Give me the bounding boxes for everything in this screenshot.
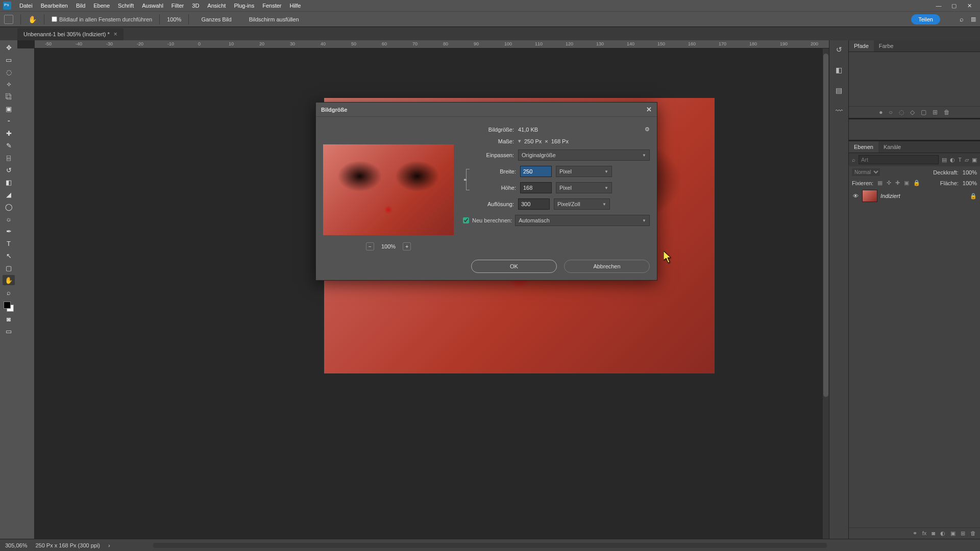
stroke-path-icon[interactable]: ○ [889,109,893,116]
tab-close-icon[interactable]: × [114,31,117,38]
resample-checkbox[interactable] [463,217,469,223]
document-tab[interactable]: Unbenannt-1 bei 305% (Indiziert) * × [17,28,124,40]
brush-tool-icon[interactable]: ✎ [3,140,15,151]
menu-filter[interactable]: Filter [167,1,188,11]
height-unit-select[interactable]: Pixel▼ [556,182,612,193]
move-tool-icon[interactable]: ✥ [3,42,15,53]
crop-tool-icon[interactable]: ⿻ [3,91,15,102]
menu-bild[interactable]: Bild [72,1,89,11]
new-path-icon[interactable]: ⊞ [933,109,938,116]
stamp-tool-icon[interactable]: ⌸ [3,153,15,163]
menu-fenster[interactable]: Fenster [258,1,285,11]
layer-row[interactable]: 👁 Indiziert 🔒 [849,188,980,204]
search-icon[interactable]: ⌕ [852,157,855,163]
zoom-in-button[interactable]: + [403,242,411,251]
menu-3d[interactable]: 3D [188,1,203,11]
zoom-fill-screen-button[interactable]: Bildschirm ausfüllen [244,15,304,24]
cancel-button[interactable]: Abbrechen [564,260,650,273]
workspace-menu-icon[interactable]: ▥ [971,16,976,22]
history-panel-icon[interactable]: ↺ [834,44,844,55]
tab-farbe[interactable]: Farbe [874,40,899,52]
add-mask-icon[interactable]: ▢ [921,109,926,116]
tab-kanaele[interactable]: Kanäle [878,141,906,153]
type-tool-icon[interactable]: T [3,238,15,248]
window-minimize-icon[interactable]: — [931,1,946,10]
lock-all-icon[interactable]: 🔒 [913,180,920,186]
marquee-tool-icon[interactable]: ▭ [3,55,15,65]
hand-tool-icon[interactable]: ✋ [28,15,37,23]
constrain-proportions-icon[interactable]: ⚭ [463,166,471,193]
filter-adjust-icon[interactable]: ◐ [950,157,955,163]
menu-bearbeiten[interactable]: Bearbeiten [37,1,72,11]
frame-tool-icon[interactable]: ▣ [3,104,15,114]
color-swatches[interactable] [4,302,14,312]
delete-layer-icon[interactable]: 🗑 [970,530,976,537]
layer-filter-input[interactable] [859,155,939,164]
layer-style-icon[interactable]: fx [922,530,927,537]
hand-tool-icon[interactable]: ✋ [3,275,15,285]
lasso-tool-icon[interactable]: ◌ [3,67,15,77]
vertical-scrollbar[interactable] [823,48,829,539]
zoom-fit-image-button[interactable]: Ganzes Bild [196,15,236,24]
status-chevron-icon[interactable]: › [108,542,110,548]
fill-value[interactable]: 100% [963,180,977,186]
link-layers-icon[interactable]: ⚭ [913,530,917,537]
status-zoom[interactable]: 305,06% [5,542,27,548]
layer-mask-icon[interactable]: ◙ [932,530,935,537]
foreground-swatch[interactable] [4,302,11,309]
tab-pfade[interactable]: Pfade [849,40,874,52]
new-layer-icon[interactable]: ⊞ [961,530,965,537]
delete-path-icon[interactable]: 🗑 [944,109,950,116]
zoom-tool-icon[interactable]: ⌕ [3,287,15,297]
scroll-all-checkbox-input[interactable] [52,16,57,22]
quickmask-icon[interactable]: ◙ [3,314,15,324]
filter-shape-icon[interactable]: ▱ [965,157,969,163]
rectangle-tool-icon[interactable]: ▢ [3,263,15,273]
menu-datei[interactable]: Datei [15,1,37,11]
filter-image-icon[interactable]: ▤ [942,157,947,163]
preview-image[interactable] [323,144,454,235]
properties-panel-icon[interactable]: ▤ [834,85,844,95]
path-from-selection-icon[interactable]: ◇ [910,109,915,116]
resample-method-select[interactable]: Automatisch▼ [515,215,650,226]
dodge-tool-icon[interactable]: ☼ [3,214,15,224]
adjustment-layer-icon[interactable]: ◐ [940,530,945,537]
resolution-unit-select[interactable]: Pixel/Zoll▼ [554,198,610,210]
search-icon[interactable]: ⌕ [960,15,964,23]
group-icon[interactable]: ▣ [950,530,955,537]
filter-smart-icon[interactable]: ▣ [972,157,977,163]
healing-tool-icon[interactable]: ✚ [3,128,15,138]
menu-ebene[interactable]: Ebene [89,1,114,11]
fit-to-select[interactable]: Originalgröße▼ [518,149,650,161]
menu-plugins[interactable]: Plug-ins [230,1,258,11]
blur-tool-icon[interactable]: ◯ [3,202,15,212]
eraser-tool-icon[interactable]: ◧ [3,177,15,187]
window-close-icon[interactable]: ✕ [962,1,977,10]
blend-mode-select[interactable]: Normal [852,168,880,176]
magic-wand-tool-icon[interactable]: ✧ [3,79,15,89]
resolution-input[interactable] [518,198,550,210]
eyedropper-tool-icon[interactable]: ⁃ [3,116,15,126]
selection-from-path-icon[interactable]: ◌ [899,109,904,116]
layer-name[interactable]: Indiziert [880,193,967,199]
dialog-titlebar[interactable]: Bildgröße ✕ [316,103,657,117]
home-icon[interactable] [4,15,13,24]
menu-auswahl[interactable]: Auswahl [138,1,167,11]
width-input[interactable] [520,166,552,177]
lock-pixels-icon[interactable]: ▦ [877,180,883,186]
width-unit-select[interactable]: Pixel▼ [556,166,612,177]
share-button[interactable]: Teilen [911,14,940,24]
lock-position-icon[interactable]: ✜ [887,180,891,186]
lock-artboard-icon[interactable]: ▣ [904,180,909,186]
lock-image-icon[interactable]: ✚ [895,180,900,186]
layer-lock-icon[interactable]: 🔒 [970,193,977,199]
filter-type-icon[interactable]: T [958,157,962,163]
ok-button[interactable]: OK [471,260,557,273]
gradient-tool-icon[interactable]: ◢ [3,189,15,199]
height-input[interactable] [520,182,552,193]
layer-visibility-icon[interactable]: 👁 [852,193,859,199]
zoom-out-button[interactable]: − [366,242,374,251]
zoom-percent[interactable]: 100% [167,16,181,22]
menu-schrift[interactable]: Schrift [114,1,138,11]
status-doc-info[interactable]: 250 Px x 168 Px (300 ppi) [35,542,100,548]
